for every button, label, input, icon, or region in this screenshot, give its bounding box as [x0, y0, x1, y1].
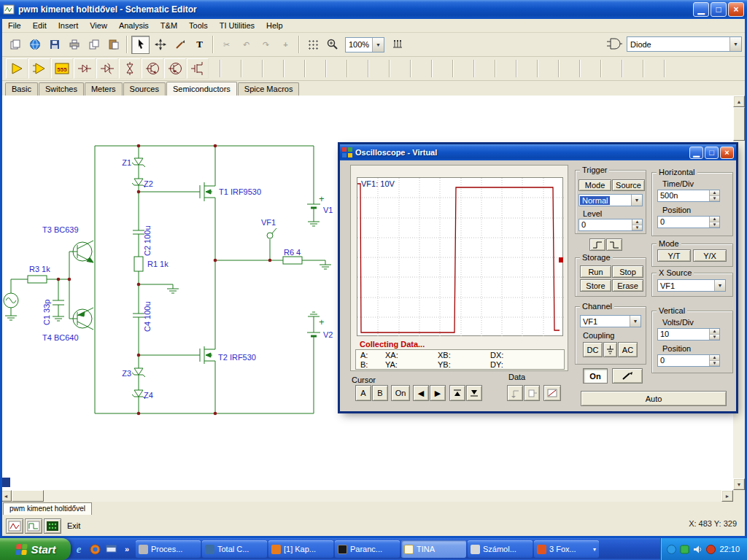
scope-minimize-button[interactable]: ▁ — [689, 147, 703, 159]
spinner-up-icon[interactable]: ▲ — [710, 355, 719, 361]
chevron-down-icon[interactable]: ▼ — [729, 37, 741, 51]
cursor-b-button[interactable]: B — [372, 385, 388, 401]
spinner-up-icon[interactable]: ▲ — [710, 190, 719, 196]
chevron-down-icon[interactable]: ▼ — [630, 316, 640, 327]
coupling-ac-button[interactable]: AC — [618, 342, 638, 357]
oscilloscope-window[interactable]: Oscilloscope - Virtual ▁ □ × VF1: 10V Co… — [340, 144, 736, 411]
data-export-icon[interactable] — [524, 385, 540, 401]
trigger-level-input[interactable]: 0▲▼ — [578, 219, 643, 231]
select-tool-icon[interactable] — [131, 36, 150, 54]
storage-run-button[interactable]: Run — [580, 265, 611, 278]
pen-tool-icon[interactable] — [171, 36, 189, 54]
menu-tools[interactable]: Tools — [183, 20, 214, 31]
minimize-button[interactable]: ▁ — [693, 2, 709, 17]
timediv-input[interactable]: 500n▲▼ — [657, 190, 720, 202]
label-c2[interactable]: C2 100u — [143, 225, 152, 256]
label-t4[interactable]: T4 BC640 — [42, 333, 79, 342]
gate-tool-icon[interactable] — [606, 36, 622, 52]
quicklaunch-overflow-chevron[interactable]: » — [120, 541, 134, 557]
volume-tray-icon[interactable] — [693, 545, 703, 554]
web-icon[interactable] — [26, 36, 44, 54]
horizontal-scroll-thumb[interactable] — [12, 490, 44, 502]
chevron-down-icon[interactable]: ▼ — [714, 280, 725, 291]
chevron-down-icon[interactable]: ▼ — [372, 38, 384, 52]
cursor-bottom-icon[interactable] — [466, 385, 482, 401]
label-r1[interactable]: R1 1k — [147, 260, 169, 268]
taskbar-task-proces[interactable]: Proces... — [136, 540, 201, 558]
vertical-position-input[interactable]: 0▲▼ — [657, 354, 720, 367]
mode-yx-button[interactable]: Y/X — [693, 249, 727, 262]
menu-help[interactable]: Help — [260, 20, 289, 31]
start-button[interactable]: Start — [0, 538, 71, 560]
xsource-select[interactable]: VF1▼ — [657, 279, 726, 292]
cursor-top-icon[interactable] — [449, 385, 465, 401]
alert-tray-icon[interactable] — [706, 545, 716, 554]
text-tool-icon[interactable]: T — [190, 36, 209, 54]
label-t2[interactable]: T2 IRF530 — [218, 353, 256, 362]
probe-button[interactable] — [612, 368, 643, 384]
network-tray-icon[interactable] — [667, 545, 676, 554]
led-display-icon[interactable] — [44, 518, 61, 534]
coupling-dc-button[interactable]: DC — [583, 342, 603, 357]
taskbar-task-parancs[interactable]: Paranc... — [335, 540, 400, 558]
document-tab[interactable]: pwm kimenet holtidővel — [3, 502, 92, 515]
label-v2[interactable]: V2 — [323, 330, 333, 339]
paste-icon[interactable] — [104, 36, 123, 54]
label-z2[interactable]: Z2 — [144, 179, 153, 188]
storage-store-button[interactable]: Store — [580, 279, 611, 292]
cursor-a-button[interactable]: A — [355, 385, 371, 401]
label-t1[interactable]: T1 IRF9530 — [219, 187, 261, 196]
channel-select[interactable]: VF1▼ — [580, 315, 641, 327]
menu-edit[interactable]: Edit — [27, 20, 53, 31]
menu-insert[interactable]: Insert — [53, 20, 85, 31]
cut-icon[interactable]: ✂ — [217, 36, 236, 54]
scroll-right-icon[interactable]: ► — [721, 490, 733, 502]
spinner-down-icon[interactable]: ▼ — [710, 196, 719, 202]
add-icon[interactable]: + — [276, 36, 295, 54]
label-c1[interactable]: C1 33p — [42, 300, 51, 325]
label-r3[interactable]: R3 1k — [29, 265, 50, 273]
show-desktop-icon[interactable] — [104, 541, 118, 557]
tab-switches[interactable]: Switches — [39, 82, 84, 96]
antivirus-tray-icon[interactable] — [680, 545, 689, 554]
close-button[interactable]: × — [728, 2, 744, 17]
signal-window-icon[interactable] — [25, 518, 42, 534]
clock[interactable]: 22:10 — [719, 545, 740, 553]
label-t3[interactable]: T3 BC639 — [42, 225, 79, 234]
save-icon[interactable] — [45, 36, 63, 54]
scope-close-button[interactable]: × — [720, 147, 734, 159]
spinner-down-icon[interactable]: ▼ — [632, 225, 642, 231]
chevron-down-icon[interactable]: ▼ — [631, 195, 642, 206]
storage-stop-button[interactable]: Stop — [612, 265, 643, 278]
pin-tool-icon[interactable] — [388, 36, 406, 54]
label-v1[interactable]: V1 — [323, 206, 333, 214]
coupling-ground-button[interactable] — [603, 342, 617, 357]
taskbar-task-tina[interactable]: TINA — [401, 540, 466, 558]
print-icon[interactable] — [65, 36, 83, 54]
opamp-icon[interactable] — [6, 58, 28, 79]
zener-diode-icon[interactable] — [96, 58, 118, 79]
voltsdiv-input[interactable]: 10▲▼ — [657, 328, 720, 341]
label-z1[interactable]: Z1 — [122, 158, 131, 167]
label-c4[interactable]: C4 100u — [143, 301, 152, 332]
mode-yt-button[interactable]: Y/T — [657, 249, 691, 262]
oscilloscope-titlebar[interactable]: Oscilloscope - Virtual ▁ □ × — [340, 144, 736, 160]
cursor-on-button[interactable]: On — [391, 385, 410, 401]
menu-analysis[interactable]: Analysis — [113, 20, 155, 31]
menu-file[interactable]: File — [2, 20, 27, 31]
copy-icon[interactable] — [85, 36, 103, 54]
diac-icon[interactable] — [119, 58, 141, 79]
spinner-up-icon[interactable]: ▲ — [710, 217, 719, 222]
data-curve-icon[interactable] — [543, 385, 561, 401]
grid-icon[interactable] — [303, 36, 322, 54]
export-icon[interactable] — [6, 36, 24, 54]
ie-quicklaunch-icon[interactable]: e — [71, 541, 86, 557]
comparator-icon[interactable] — [28, 58, 50, 79]
zoom-select[interactable]: 100%▼ — [345, 37, 384, 52]
taskbar-task-szamologep[interactable]: Számol... — [468, 540, 533, 558]
label-z4[interactable]: Z4 — [144, 391, 153, 400]
spinner-down-icon[interactable]: ▼ — [710, 361, 719, 367]
trigger-rising-edge-button[interactable] — [589, 238, 605, 251]
storage-erase-button[interactable]: Erase — [612, 279, 643, 292]
timer-555-icon[interactable]: 555 — [51, 58, 73, 79]
